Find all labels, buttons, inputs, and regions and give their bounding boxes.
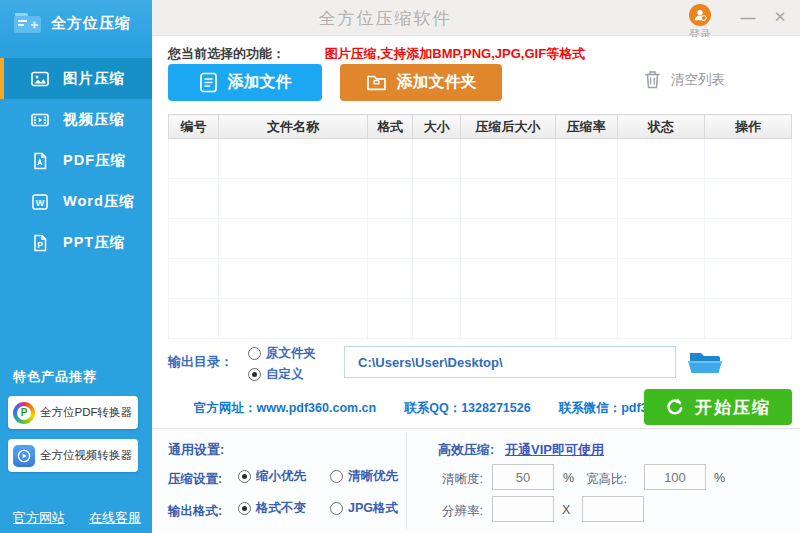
radio-custom-folder[interactable]: 自定义 [248,366,304,383]
radio-circle-checked[interactable] [238,470,251,483]
radio-original-label: 原文件夹 [266,345,316,362]
video-icon [30,110,50,130]
promo-video-converter-button[interactable]: 全方位视频转换器 [8,439,138,472]
blue-folder-icon [686,348,724,376]
general-settings-title: 通用设置: [168,441,224,459]
add-file-label: 添加文件 [228,72,292,93]
function-prefix: 您当前选择的功能： [168,46,285,61]
svg-text:W: W [36,197,45,207]
contact-qq: 联系QQ：1328271526 [404,400,530,417]
app-name: 全方位压缩 [51,14,131,33]
function-bar: 您当前选择的功能： 图片压缩,支持添加BMP,PNG,JPG,GIF等格式 [168,45,585,63]
promo-section-title: 特色产品推荐 [13,368,97,386]
radio-original-folder[interactable]: 原文件夹 [248,345,316,362]
app-logo: 全方位压缩 [0,0,152,46]
settings-panel: 通用设置: 压缩设置: 缩小优先 清晰优先 输出格式: 格式不变 JPG格式 高… [152,428,800,533]
sidebar-item-ppt-compress[interactable]: P PPT压缩 [0,222,152,263]
col-header-number: 编号 [169,115,219,139]
minimize-button[interactable]: — [736,6,760,28]
sidebar-item-label: Word压缩 [63,192,135,211]
sidebar-menu: 图片压缩 视频压缩 [0,58,152,263]
promo-pdf-converter-button[interactable]: P 全方位PDF转换器 [8,396,138,429]
table-row [169,219,792,259]
clear-list-button[interactable]: 清空列表 [644,70,725,89]
col-header-format: 格式 [368,115,413,139]
sidebar-item-label: 图片压缩 [63,69,125,88]
browse-folder-button[interactable] [686,348,724,376]
file-list-table: 编号 文件名称 格式 大小 压缩后大小 压缩率 状态 操作 [168,114,792,339]
radio-circle-checked[interactable] [248,368,261,381]
resolution-label: 分辨率: [442,503,483,520]
output-format-label: 输出格式: [168,503,222,520]
video-converter-icon [13,445,35,467]
aspect-ratio-label: 宽高比: [586,471,627,488]
col-header-filename: 文件名称 [218,115,368,139]
radio-keep-format[interactable]: 格式不变 [238,500,306,517]
start-compress-label: 开始压缩 [695,396,771,419]
col-header-status: 状态 [617,115,705,139]
promo-button-label: 全方位视频转换器 [40,448,132,463]
window-title: 全方位压缩软件 [152,7,618,30]
ppt-icon: P [30,233,50,253]
keep-format-label: 格式不变 [256,500,306,517]
radio-circle-checked[interactable] [238,502,251,515]
sidebar-item-label: PDF压缩 [63,151,126,170]
col-header-compressed-size: 压缩后大小 [461,115,556,139]
table-row [169,179,792,219]
refresh-icon [665,397,685,417]
vip-link[interactable]: 开通VIP即可使用 [505,441,604,459]
sidebar: 全方位压缩 图片压缩 [0,0,152,533]
word-icon: W [30,192,50,212]
sidebar-item-label: 视频压缩 [63,110,125,129]
online-support-link[interactable]: 在线客服 [89,509,141,527]
efficient-compress-title: 高效压缩: [438,441,494,459]
trash-icon [644,70,661,89]
sidebar-footer-links: 官方网站 在线客服 [13,509,143,527]
radio-circle[interactable] [330,502,343,515]
add-file-button[interactable]: 添加文件 [168,64,322,101]
sidebar-item-label: PPT压缩 [63,233,125,252]
radio-custom-label: 自定义 [266,366,304,383]
radio-jpg-format[interactable]: JPG格式 [330,500,398,517]
output-dir-label: 输出目录： [168,353,233,371]
resolution-separator: X [562,503,570,517]
pdf-icon [30,151,50,171]
sidebar-item-word-compress[interactable]: W Word压缩 [0,181,152,222]
start-compress-button[interactable]: 开始压缩 [644,389,792,425]
close-button[interactable]: ✕ [768,6,792,28]
official-url: 官方网址：www.pdf360.com.cn [194,400,376,417]
resolution-height-input[interactable] [582,496,644,522]
image-icon [30,69,50,89]
document-icon [199,72,218,93]
settings-divider [406,433,407,529]
clarity-unit: % [563,471,574,485]
output-path-input[interactable] [344,346,676,378]
promo-button-label: 全方位PDF转换器 [40,405,132,420]
svg-text:P: P [37,239,43,249]
radio-shrink-priority[interactable]: 缩小优先 [238,468,306,485]
user-icon [689,4,711,26]
radio-circle[interactable] [248,347,261,360]
clarity-label: 清晰度: [442,471,483,488]
official-website-link[interactable]: 官方网站 [13,509,65,527]
function-description: 图片压缩,支持添加BMP,PNG,JPG,GIF等格式 [325,46,586,61]
aspect-ratio-input[interactable] [644,464,706,490]
table-row [169,139,792,179]
table-row [169,299,792,339]
shrink-priority-label: 缩小优先 [256,468,306,485]
add-folder-label: 添加文件夹 [397,72,477,93]
resolution-width-input[interactable] [492,496,554,522]
compress-setting-label: 压缩设置: [168,471,222,488]
clarity-input[interactable] [492,464,554,490]
sidebar-item-pdf-compress[interactable]: PDF压缩 [0,140,152,181]
sidebar-item-video-compress[interactable]: 视频压缩 [0,99,152,140]
radio-clarity-priority[interactable]: 清晰优先 [330,468,398,485]
table-header-row: 编号 文件名称 格式 大小 压缩后大小 压缩率 状态 操作 [169,115,792,139]
radio-circle[interactable] [330,470,343,483]
titlebar: 全方位压缩软件 登录 — ✕ [152,0,800,36]
pdf-converter-icon: P [13,402,35,424]
add-folder-button[interactable]: 添加文件夹 [340,64,502,101]
folder-icon [366,73,387,92]
sidebar-item-image-compress[interactable]: 图片压缩 [0,58,152,99]
clarity-priority-label: 清晰优先 [348,468,398,485]
